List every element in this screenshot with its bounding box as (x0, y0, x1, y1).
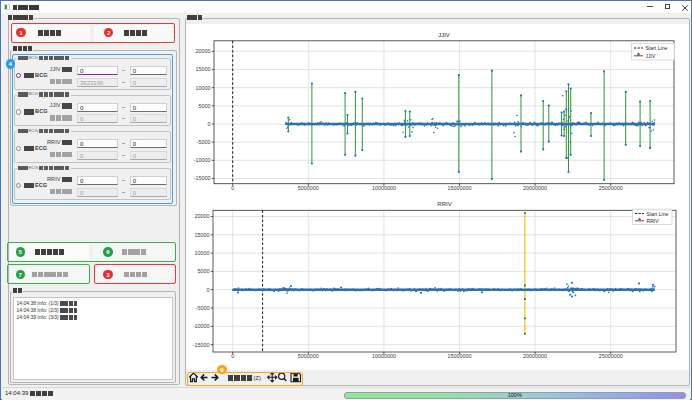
svg-text:RRIV: RRIV (647, 218, 660, 224)
svg-text:-15000: -15000 (193, 342, 210, 348)
svg-text:15000: 15000 (196, 66, 211, 72)
svg-text:5000000: 5000000 (298, 185, 319, 191)
svg-text:10000: 10000 (195, 250, 210, 256)
svg-text:RRIV: RRIV (437, 201, 451, 207)
svg-text:0: 0 (231, 353, 234, 359)
svg-text:15000000: 15000000 (448, 353, 472, 359)
svg-text:25000000: 25000000 (599, 353, 623, 359)
svg-text:20000000: 20000000 (523, 185, 547, 191)
svg-text:15000000: 15000000 (448, 185, 472, 191)
svg-text:0: 0 (231, 185, 234, 191)
svg-text:10000000: 10000000 (372, 185, 396, 191)
svg-text:-5000: -5000 (197, 139, 211, 145)
svg-text:-10000: -10000 (194, 157, 211, 163)
svg-text:-15000: -15000 (194, 175, 211, 181)
svg-text:0: 0 (208, 121, 211, 127)
svg-text:-5000: -5000 (196, 305, 210, 311)
svg-text:-10000: -10000 (193, 323, 210, 329)
svg-text:JJIV: JJIV (646, 53, 657, 59)
svg-text:15000: 15000 (195, 232, 210, 238)
svg-text:20000: 20000 (196, 48, 211, 54)
svg-text:5000: 5000 (198, 268, 210, 274)
svg-text:10000000: 10000000 (372, 353, 396, 359)
svg-text:10000: 10000 (196, 85, 211, 91)
svg-text:5000000: 5000000 (298, 353, 319, 359)
svg-text:20000: 20000 (195, 213, 210, 219)
svg-text:Start Line: Start Line (647, 211, 669, 217)
svg-text:Start Line: Start Line (646, 45, 668, 51)
svg-text:20000000: 20000000 (523, 353, 547, 359)
svg-text:5000: 5000 (199, 103, 211, 109)
svg-text:JJIV: JJIV (438, 32, 450, 38)
svg-text:25000000: 25000000 (599, 185, 623, 191)
svg-text:0: 0 (207, 287, 210, 293)
